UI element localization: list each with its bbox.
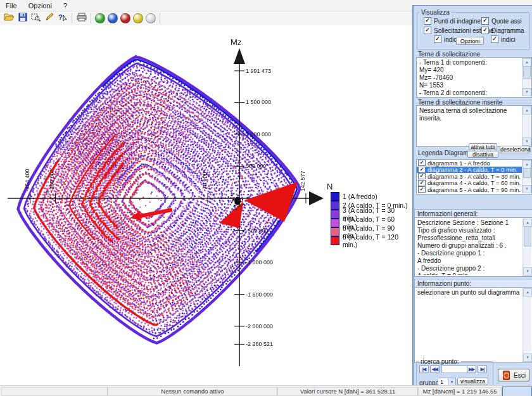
context-help-button[interactable]: ? xyxy=(56,13,69,25)
chart-area: 1 (A freddo)2 (A caldo, T = 0 min.)3 (A … xyxy=(0,25,413,385)
terne-textbox[interactable]: - Terna 1 di componenti: My= 420 Mz= -78… xyxy=(416,57,532,98)
legend-label: 1 (A freddo) xyxy=(343,193,377,200)
toolbar-separator xyxy=(72,13,72,23)
esci-label: Esci xyxy=(514,372,526,379)
info-generali-textbox[interactable]: Descrizione Sezione : Sezione 1 Tipo di … xyxy=(414,217,532,277)
checkbox-icon: ✓ xyxy=(491,35,498,43)
sphere-silver-button[interactable] xyxy=(146,13,156,23)
checkbox-icon[interactable]: ✓ xyxy=(418,186,426,193)
checkbox-icon[interactable]: ✓ xyxy=(418,167,426,173)
checkbox-icon: ✓ xyxy=(481,27,489,34)
scrollbar-thumb[interactable] xyxy=(523,168,531,178)
visualizza-button[interactable]: visualizza xyxy=(457,378,488,385)
first-point-button[interactable]: |◀ xyxy=(419,365,429,373)
checkbox-indici-diagramma[interactable]: ✓ indici xyxy=(491,35,516,43)
checkbox-icon[interactable]: ✓ xyxy=(418,160,426,166)
scrollbar-thumb[interactable] xyxy=(523,66,531,79)
zoom-window-button[interactable] xyxy=(29,13,42,25)
diagramma-list-item-5[interactable]: ✓diagramma 5 - A caldo, T = 90 min. xyxy=(417,186,522,193)
legend-swatch xyxy=(331,201,339,210)
deseleziona-button[interactable]: deseleziona xyxy=(500,146,529,153)
diagramma-list-item-3[interactable]: ✓diagramma 3 - A caldo, T = 30 min. xyxy=(417,173,522,180)
next-point-button[interactable]: ▶▶ xyxy=(467,365,476,373)
checkbox-label: Diagramma xyxy=(491,27,524,34)
checkbox-diagramma[interactable]: ✓ Diagramma xyxy=(481,27,524,34)
scroll-down-icon[interactable]: ▼ xyxy=(522,137,531,146)
legend-swatch xyxy=(331,236,339,245)
side-panel: Visualizza ✓ Punti di indagine ✓ Quote a… xyxy=(412,5,532,386)
prev-point-button[interactable]: ◀◀ xyxy=(430,365,440,373)
menu-opzioni[interactable]: Opzioni xyxy=(23,1,58,10)
scrollbar[interactable]: ▲▼ xyxy=(522,288,531,362)
diagramma-item-label: diagramma 5 - A caldo, T = 90 min. xyxy=(428,186,521,193)
terne-inserite-textbox[interactable]: Nessuna terna di sollecitazione inserita… xyxy=(416,105,532,147)
last-point-button[interactable]: ▶| xyxy=(478,365,487,373)
diagramma-list-item-1[interactable]: ✓diagramma 1 - A freddo xyxy=(417,160,522,167)
sphere-red-button[interactable] xyxy=(120,13,130,23)
checkbox-indici-sollecitazioni[interactable]: ✓ indici xyxy=(434,35,459,43)
checkbox-label: indici xyxy=(501,36,516,43)
scroll-down-icon[interactable]: ▼ xyxy=(523,354,532,362)
power-icon xyxy=(503,371,510,380)
diagramma-list-item-4[interactable]: ✓diagramma 4 - A caldo, T = 60 min. xyxy=(417,180,522,187)
diagramma-list-item-2[interactable]: ✓diagramma 2 - A caldo, T = 0 min. xyxy=(417,167,522,174)
save-floppy-icon xyxy=(18,13,27,24)
edit-button[interactable] xyxy=(42,13,56,25)
diagrammi-listbox[interactable]: ✓diagramma 1 - A freddo✓diagramma 2 - A … xyxy=(416,159,532,195)
scrollbar-thumb[interactable] xyxy=(524,226,531,246)
diagramma-item-label: diagramma 2 - A caldo, T = 0 min. xyxy=(428,166,517,173)
visualizza-group-title: Visualizza xyxy=(419,9,452,16)
sphere-yellow-button[interactable] xyxy=(133,13,143,23)
menu-help[interactable]: ? xyxy=(58,1,73,10)
checkbox-quote-assi[interactable]: ✓ Quote assi xyxy=(481,17,522,25)
chart-legend-item-6: 6 (A caldo, T = 120 min.) xyxy=(331,236,410,245)
checkbox-icon[interactable]: ✓ xyxy=(418,173,426,179)
legend-swatch xyxy=(331,210,339,219)
checkbox-label: Punti di indagine xyxy=(434,18,481,25)
status-cursor-mz: Mz [daNcm] = 1 219 146.55 xyxy=(418,387,502,396)
sphere-blue-button[interactable] xyxy=(108,13,118,23)
pencil-icon xyxy=(45,13,54,24)
menu-file[interactable]: File xyxy=(0,1,23,10)
app-window: FileOpzioni? ? xyxy=(0,0,532,396)
scroll-down-icon[interactable]: ▼ xyxy=(523,267,532,276)
scroll-down-icon[interactable]: ▼ xyxy=(522,185,531,193)
open-file-button[interactable] xyxy=(3,13,16,25)
legend-swatch xyxy=(331,192,339,201)
legend-swatch xyxy=(331,227,339,236)
scrollbar[interactable]: ▲▼ xyxy=(522,219,531,276)
scrollbar[interactable]: ▲▼ xyxy=(522,160,531,193)
attiva-tutti-button[interactable]: attiva tutti xyxy=(469,143,497,150)
scrollbar[interactable]: ▲▼ xyxy=(522,58,531,96)
print-button[interactable] xyxy=(75,13,88,25)
status-message: Nessun comando attivo xyxy=(108,387,277,396)
checkbox-punti-di-indagine[interactable]: ✓ Punti di indagine xyxy=(424,17,481,25)
disattiva-tutti-button[interactable]: disattiva tutti xyxy=(467,151,498,158)
scroll-down-icon[interactable]: ▼ xyxy=(522,88,531,96)
terne-text: - Terna 1 di componenti: My= 420 Mz= -78… xyxy=(419,59,521,96)
opzioni-button[interactable]: Opzioni xyxy=(456,37,484,45)
toolbar: ? xyxy=(0,11,415,25)
zoom-window-icon xyxy=(31,13,41,24)
legenda-title: Legenda Diagrammi xyxy=(418,150,475,156)
diagramma-item-label: diagramma 4 - A caldo, T = 60 min. xyxy=(428,179,521,186)
status-bar: Nessun comando attivo Valori cursore N [… xyxy=(0,385,532,396)
diagramma-item-label: diagramma 1 - A freddo xyxy=(428,160,490,167)
info-punto-textbox[interactable]: selezionare un punto sul diagramma ▲▼ xyxy=(414,287,532,363)
status-empty-segment xyxy=(1,387,108,396)
scroll-up-icon[interactable]: ▲ xyxy=(523,288,532,297)
status-cursor-n: Valori cursore N [daN] = 361 528.11 xyxy=(277,387,418,396)
sphere-green-button[interactable] xyxy=(95,13,105,23)
help-pointer-icon: ? xyxy=(58,13,67,24)
legend-label: 6 (A caldo, T = 120 min.) xyxy=(343,233,410,248)
chart-legend: 1 (A freddo)2 (A caldo, T = 0 min.)3 (A … xyxy=(329,191,412,246)
checkbox-icon[interactable]: ✓ xyxy=(418,180,426,186)
scroll-up-icon[interactable]: ▲ xyxy=(522,106,531,115)
scrollbar[interactable]: ▲▼ xyxy=(522,106,531,146)
printer-icon xyxy=(77,13,87,24)
esci-button[interactable]: Esci xyxy=(498,369,529,381)
terne-inserite-text: Nessuna terna di sollecitazione inserita… xyxy=(419,107,521,145)
point-number-input[interactable] xyxy=(441,365,467,373)
save-button[interactable] xyxy=(16,13,29,25)
diagrammi-list: ✓diagramma 1 - A freddo✓diagramma 2 - A … xyxy=(417,160,522,194)
